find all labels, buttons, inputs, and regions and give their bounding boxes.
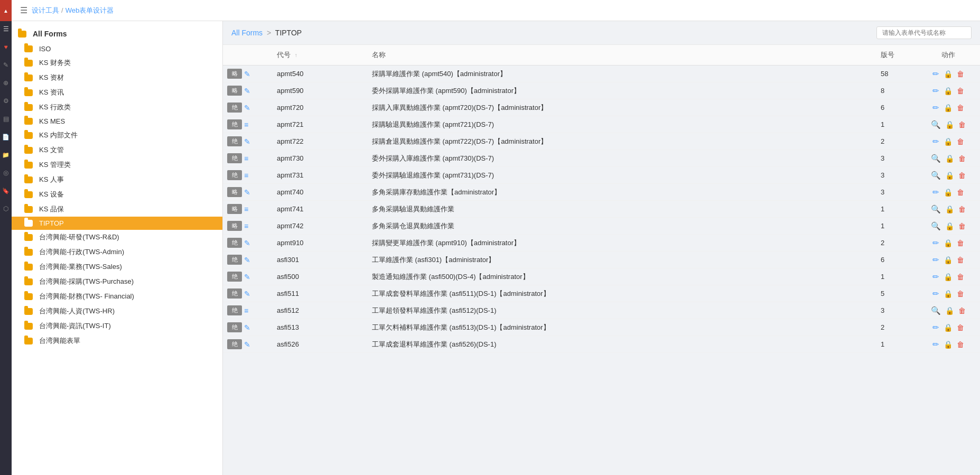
detail-icon[interactable]: ✎	[244, 137, 250, 146]
circle-nav-icon[interactable]: ◎	[0, 164, 12, 182]
lock-action-icon[interactable]: 🔒	[945, 171, 954, 180]
view-action-icon[interactable]: 🔍	[931, 120, 941, 129]
edit-nav-icon[interactable]: ✎	[0, 56, 12, 74]
delete-action-icon[interactable]: 🗑	[957, 70, 964, 78]
sidebar-item-tw-energy[interactable]: 台湾興能表單	[12, 333, 222, 348]
edit-action-icon[interactable]: ✏	[932, 340, 939, 349]
sidebar-item-tw-rd[interactable]: 台湾興能-研發(TWS-R&D)	[12, 230, 222, 245]
sidebar-item-tw-admin[interactable]: 台湾興能-行政(TWS-Admin)	[12, 245, 222, 259]
lock-action-icon[interactable]: 🔒	[944, 188, 953, 197]
edit-action-icon[interactable]: ✏	[932, 188, 939, 197]
lock-action-icon[interactable]: 🔒	[944, 239, 953, 247]
sidebar-item-iso[interactable]: ISO	[12, 42, 222, 55]
sidebar-item-ks-admin[interactable]: KS 行政类	[12, 100, 222, 115]
lock-action-icon[interactable]: 🔒	[945, 205, 954, 213]
sidebar-item-all-forms[interactable]: All Forms	[12, 25, 222, 42]
detail-icon[interactable]: ✎	[244, 188, 250, 197]
lock-action-icon[interactable]: 🔒	[944, 340, 953, 349]
edit-action-icon[interactable]: ✏	[932, 255, 939, 265]
delete-action-icon[interactable]: 🗑	[957, 256, 964, 264]
edit-action-icon[interactable]: ✏	[932, 323, 939, 332]
delete-action-icon[interactable]: 🗑	[957, 137, 964, 146]
delete-action-icon[interactable]: 🗑	[958, 222, 966, 230]
view-action-icon[interactable]: 🔍	[931, 154, 941, 163]
detail-icon[interactable]: ≡	[244, 120, 248, 129]
edit-action-icon[interactable]: ✏	[932, 238, 939, 248]
sidebar-item-ks-mes[interactable]: KS MES	[12, 115, 222, 128]
preview-button[interactable]: 绝	[227, 288, 242, 299]
menu-toggle-icon[interactable]: ☰	[0, 21, 12, 37]
content-breadcrumb-all[interactable]: All Forms	[231, 29, 263, 37]
sidebar-item-ks-material[interactable]: KS 资材	[12, 70, 222, 85]
preview-button[interactable]: 绝	[227, 305, 242, 315]
sidebar-item-tw-finance[interactable]: 台湾興能-財務(TWS- Financial)	[12, 289, 222, 304]
delete-action-icon[interactable]: 🗑	[957, 188, 964, 197]
view-action-icon[interactable]: 🔍	[931, 221, 941, 231]
detail-icon[interactable]: ✎	[244, 323, 250, 332]
sidebar-item-ks-doc[interactable]: KS 文管	[12, 143, 222, 157]
menu-toggle-button[interactable]: ☰	[20, 5, 27, 15]
edit-action-icon[interactable]: ✏	[932, 272, 939, 282]
preview-button[interactable]: 绝	[227, 119, 242, 129]
detail-icon[interactable]: ≡	[244, 222, 248, 230]
detail-icon[interactable]: ✎	[244, 340, 250, 349]
heart-nav-icon[interactable]: ♥	[0, 38, 12, 56]
delete-action-icon[interactable]: 🗑	[957, 273, 964, 281]
sidebar-item-ks-mgmt[interactable]: KS 管理类	[12, 157, 222, 172]
lock-action-icon[interactable]: 🔒	[945, 120, 954, 129]
lock-action-icon[interactable]: 🔒	[944, 273, 953, 281]
tag-nav-icon[interactable]: 🔖	[0, 182, 12, 200]
delete-action-icon[interactable]: 🗑	[957, 87, 964, 95]
shield-nav-icon[interactable]: ⬡	[0, 200, 12, 218]
view-action-icon[interactable]: 🔍	[931, 306, 941, 315]
detail-icon[interactable]: ≡	[244, 306, 248, 315]
edit-action-icon[interactable]: ✏	[932, 86, 939, 96]
preview-button[interactable]: 略	[227, 69, 242, 79]
delete-action-icon[interactable]: 🗑	[957, 290, 964, 298]
detail-icon[interactable]: ✎	[244, 290, 250, 298]
sidebar-item-tw-hr[interactable]: 台湾興能-人資(TWS-HR)	[12, 304, 222, 319]
preview-button[interactable]: 绝	[227, 272, 242, 282]
sidebar-item-ks-info[interactable]: KS 资讯	[12, 85, 222, 100]
file-nav-icon[interactable]: 📄	[0, 128, 12, 146]
lock-action-icon[interactable]: 🔒	[945, 154, 954, 163]
preview-button[interactable]: 绝	[227, 136, 242, 146]
preview-button[interactable]: 绝	[227, 238, 242, 248]
detail-icon[interactable]: ✎	[244, 70, 250, 78]
delete-action-icon[interactable]: 🗑	[957, 104, 964, 112]
sidebar-item-ks-finance[interactable]: KS 财务类	[12, 55, 222, 70]
sidebar-item-ks-hr[interactable]: KS 人事	[12, 172, 222, 187]
preview-button[interactable]: 绝	[227, 170, 242, 180]
detail-icon[interactable]: ≡	[244, 154, 248, 163]
delete-action-icon[interactable]: 🗑	[957, 239, 964, 247]
folder-nav-icon[interactable]: 📁	[0, 146, 12, 164]
sidebar-item-tw-purchase[interactable]: 台湾興能-採購(TWS-Purchase)	[12, 274, 222, 289]
delete-action-icon[interactable]: 🗑	[958, 306, 966, 315]
lock-action-icon[interactable]: 🔒	[944, 104, 953, 112]
share-nav-icon[interactable]: ⊕	[0, 74, 12, 92]
sidebar-item-ks-internal[interactable]: KS 内部文件	[12, 128, 222, 143]
detail-icon[interactable]: ≡	[244, 171, 248, 180]
lock-action-icon[interactable]: 🔒	[944, 323, 953, 332]
detail-icon[interactable]: ✎	[244, 104, 250, 112]
edit-action-icon[interactable]: ✏	[932, 289, 939, 299]
edit-action-icon[interactable]: ✏	[932, 137, 939, 146]
edit-action-icon[interactable]: ✏	[932, 69, 939, 79]
preview-button[interactable]: 略	[227, 187, 242, 197]
sidebar-item-tw-sales[interactable]: 台湾興能-業務(TWS-Sales)	[12, 259, 222, 274]
lock-action-icon[interactable]: 🔒	[944, 70, 953, 78]
col-header-code[interactable]: 代号 ↑	[270, 45, 366, 66]
preview-button[interactable]: 略	[227, 86, 242, 96]
settings-nav-icon[interactable]: ⚙	[0, 92, 12, 110]
lock-action-icon[interactable]: 🔒	[945, 222, 954, 230]
detail-icon[interactable]: ✎	[244, 239, 250, 247]
sidebar-item-ks-quality[interactable]: KS 品保	[12, 202, 222, 217]
search-input[interactable]	[876, 26, 972, 39]
detail-icon[interactable]: ✎	[244, 87, 250, 95]
delete-action-icon[interactable]: 🗑	[958, 154, 966, 163]
delete-action-icon[interactable]: 🗑	[957, 323, 964, 332]
preview-button[interactable]: 绝	[227, 103, 242, 113]
delete-action-icon[interactable]: 🗑	[958, 171, 966, 180]
lock-action-icon[interactable]: 🔒	[944, 87, 953, 95]
preview-button[interactable]: 绝	[227, 255, 242, 265]
